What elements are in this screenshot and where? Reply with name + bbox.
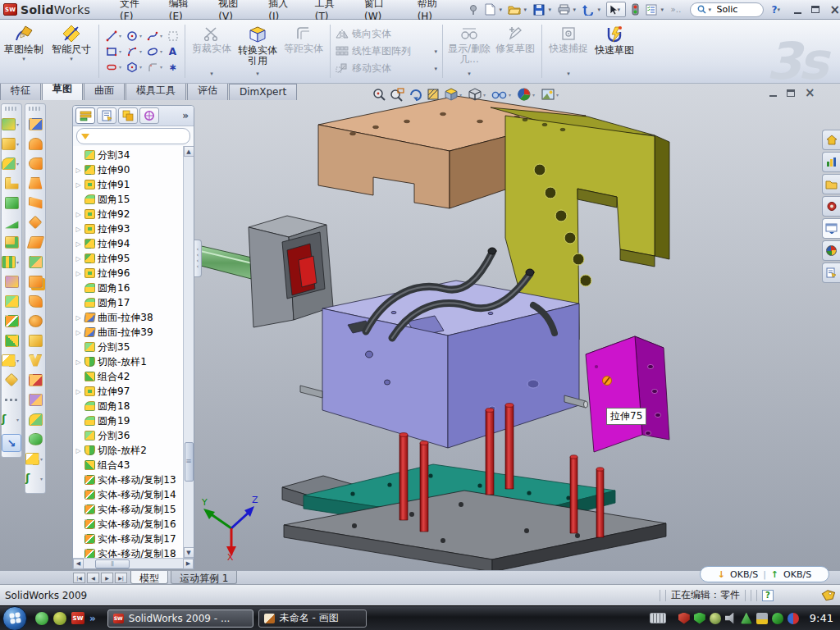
tree-item[interactable]: 分割34 xyxy=(75,148,194,162)
tree-item[interactable]: ▷拉伸91 xyxy=(75,177,194,192)
tree-item[interactable]: ▷拉伸97 xyxy=(75,384,194,399)
security-green-icon[interactable] xyxy=(694,613,705,624)
text-icon[interactable]: A xyxy=(166,45,180,58)
extend-surface-icon[interactable] xyxy=(29,374,43,386)
tree-item[interactable]: 分割36 xyxy=(75,428,194,443)
extruded-cut-icon[interactable] xyxy=(2,138,16,150)
smart-dimension-dropdown-icon[interactable]: ▾ xyxy=(70,56,73,62)
scrollbar-thumb[interactable]: ⦀ xyxy=(95,559,130,568)
expand-arrow[interactable]: ▷ xyxy=(75,329,82,336)
expand-arrow[interactable]: ▷ xyxy=(75,167,82,174)
offset-entities-button[interactable]: 等距实体 xyxy=(281,20,326,83)
tree-item[interactable]: 实体-移动/复制13 xyxy=(75,472,194,487)
tree-item[interactable]: ▷拉伸92 xyxy=(75,207,194,221)
replace-face-icon[interactable] xyxy=(29,335,43,347)
open-icon[interactable] xyxy=(508,2,522,16)
expand-arrow[interactable]: ▷ xyxy=(75,358,82,366)
expand-arrow[interactable]: ▷ xyxy=(75,181,82,189)
solidworks-quicklaunch-icon[interactable]: SW xyxy=(71,612,84,624)
sketch-fillet-icon[interactable] xyxy=(145,61,159,74)
reference-geometry-2-icon[interactable] xyxy=(25,453,39,465)
save-icon[interactable] xyxy=(532,2,546,16)
expand-arrow[interactable]: ▷ xyxy=(75,226,82,233)
doc-minimize-icon[interactable] xyxy=(769,95,777,97)
tree-item[interactable]: 实体-移动/复制15 xyxy=(75,502,194,517)
edit-appearance-icon[interactable]: ▾ xyxy=(516,86,538,103)
move-entities-button[interactable]: 移动实体 ▾ xyxy=(336,62,437,75)
rapid-sketch-button[interactable]: 快速草图 xyxy=(591,20,637,83)
tree-item[interactable]: 圆角17 xyxy=(75,295,194,310)
menu-view[interactable]: 视图(V) xyxy=(218,0,252,22)
expand-arrow[interactable]: ▷ xyxy=(75,388,82,395)
start-button[interactable] xyxy=(2,606,27,630)
select-tool[interactable]: ▾ xyxy=(606,2,626,17)
tree-item[interactable]: 实体-移动/复制14 xyxy=(75,487,194,502)
mid-surface-icon[interactable] xyxy=(29,433,43,445)
polygon-icon[interactable] xyxy=(125,61,139,74)
network-speed-widget[interactable]: ↓ OKB/S | ↑ OKB/S xyxy=(700,566,829,582)
fillet-icon[interactable] xyxy=(2,158,16,170)
taskbar-clock[interactable]: 9:41 xyxy=(810,612,833,624)
toolbox-icon[interactable] xyxy=(822,196,840,217)
point-icon[interactable]: ∗ xyxy=(166,61,180,74)
more-chevron-icon[interactable]: » xyxy=(89,613,96,624)
ellipse-icon[interactable] xyxy=(145,45,159,58)
draft-icon[interactable] xyxy=(5,217,19,229)
tree-item[interactable]: 圆角18 xyxy=(75,399,194,413)
pushpin-icon[interactable] xyxy=(467,2,481,16)
reference-geometry-icon[interactable] xyxy=(2,354,16,367)
tab-surfaces[interactable]: 曲面 xyxy=(84,81,125,100)
filled-surface-icon[interactable] xyxy=(29,216,43,230)
search-dropdown-icon[interactable]: ▾ xyxy=(709,7,714,13)
extruded-surface-icon[interactable] xyxy=(29,118,43,130)
model-magenta-block[interactable] xyxy=(586,336,669,452)
tag-icon[interactable] xyxy=(821,590,835,601)
scroll-left-icon[interactable]: ◀ xyxy=(73,559,84,569)
menu-file[interactable]: 文件(F) xyxy=(120,0,153,22)
menu-help[interactable]: 帮助(H) xyxy=(418,0,452,22)
expand-arrow[interactable]: ▷ xyxy=(75,314,82,322)
planar-surface-icon[interactable] xyxy=(26,236,44,249)
sketch-dropdown-icon[interactable]: ▾ xyxy=(22,56,25,62)
expand-arrow[interactable]: ▷ xyxy=(75,447,82,454)
delete-face-icon[interactable] xyxy=(29,315,43,327)
network-warning-icon[interactable] xyxy=(756,613,768,624)
design-library-icon[interactable] xyxy=(822,152,840,172)
solidworks-resources-icon[interactable] xyxy=(822,218,840,239)
spline-icon[interactable] xyxy=(145,30,159,43)
rectangle-icon[interactable] xyxy=(104,45,118,58)
expand-arrow[interactable]: ▷ xyxy=(75,211,82,218)
linear-pattern-icon[interactable] xyxy=(2,256,16,268)
tree-item[interactable]: ▷拉伸90 xyxy=(75,162,194,177)
tree-item[interactable]: ▷拉伸94 xyxy=(75,236,194,251)
tab-evaluate[interactable]: 评估 xyxy=(187,81,228,100)
mirror-entities-button[interactable]: 镜向实体 xyxy=(336,27,437,41)
tree-item[interactable]: ▷拉伸93 xyxy=(75,221,194,236)
curve-2-icon[interactable]: ʃ xyxy=(25,472,39,485)
view-orientation-icon[interactable]: ▾ xyxy=(467,86,489,103)
tree-item[interactable]: 实体-移动/复制18 xyxy=(75,546,194,558)
panel-splitter-handle[interactable]: ‹‹‹‹ xyxy=(194,240,202,277)
split-icon[interactable] xyxy=(5,295,19,308)
knit-surface-icon[interactable] xyxy=(29,295,43,308)
messenger-status-icon[interactable] xyxy=(788,613,799,624)
tree-item[interactable]: 实体-移动/复制16 xyxy=(75,517,194,532)
instant3d-icon[interactable]: ↘ xyxy=(2,434,21,452)
model-tab[interactable]: 模型 xyxy=(130,571,168,584)
motion-study-tab[interactable]: 运动算例 1 xyxy=(171,571,237,584)
scroll-right-icon[interactable]: ▶ xyxy=(183,559,194,569)
convert-entities-button[interactable]: 转换实体引用 ▾ xyxy=(235,20,281,83)
toolbar-grip[interactable] xyxy=(29,107,42,111)
scroll-down-icon[interactable]: ▼ xyxy=(184,547,194,558)
propertymanager-tab-icon[interactable] xyxy=(97,107,116,124)
restore-icon[interactable] xyxy=(811,6,819,13)
rebuild-icon[interactable] xyxy=(628,2,642,16)
taskbar-button-solidworks[interactable]: SW SolidWorks 2009 - ... xyxy=(107,609,253,628)
section-view-icon[interactable] xyxy=(425,86,441,103)
print-icon[interactable] xyxy=(557,2,571,16)
menu-edit[interactable]: 编辑(E) xyxy=(169,0,202,22)
minimize-icon[interactable] xyxy=(794,12,801,14)
close-icon[interactable]: × xyxy=(829,6,840,14)
expand-arrow[interactable]: ▷ xyxy=(75,240,82,248)
panel-overflow-chevron[interactable]: » xyxy=(182,110,191,121)
